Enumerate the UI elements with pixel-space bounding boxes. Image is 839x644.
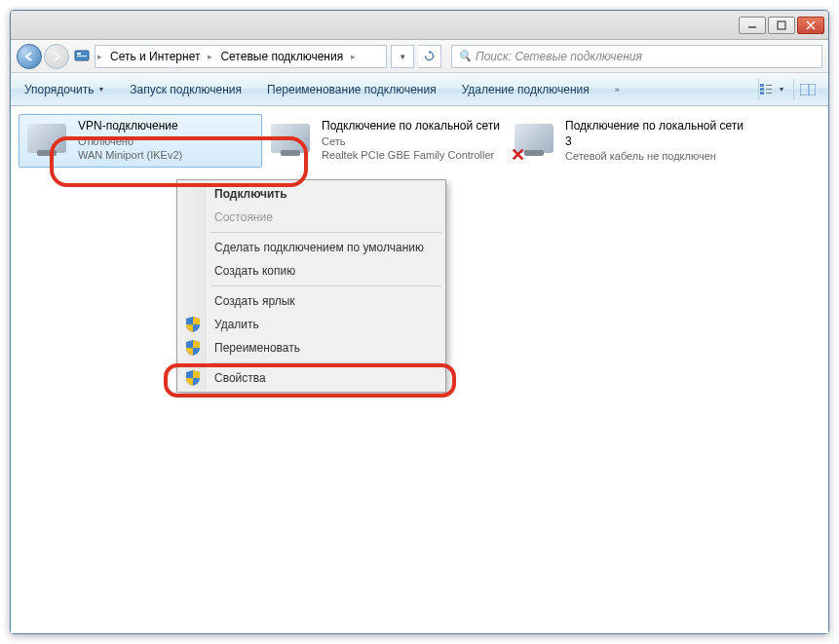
breadcrumb-item[interactable]: Сетевые подключения (214, 50, 349, 63)
nav-buttons (17, 44, 69, 69)
start-connection-button[interactable]: Запуск подключения (124, 79, 248, 100)
back-button[interactable] (17, 44, 42, 69)
menu-separator (210, 232, 441, 233)
maximize-button[interactable] (768, 17, 795, 34)
chevron-right-icon: ▸ (349, 52, 358, 61)
chevron-right-icon: ▸ (206, 52, 214, 61)
more-commands[interactable]: » (609, 81, 626, 98)
search-input[interactable]: 🔍 Поиск: Сетевые подключения (451, 45, 822, 68)
svg-rect-1 (778, 21, 785, 29)
menu-properties[interactable]: Свойства (179, 366, 443, 390)
network-adapter-icon (23, 119, 70, 158)
connection-item-vpn[interactable]: VPN-подключение Отключено WAN Miniport (… (19, 114, 262, 168)
menu-create-shortcut[interactable]: Создать ярлык (179, 289, 443, 313)
disconnected-icon: ✕ (511, 144, 526, 160)
svg-rect-11 (766, 89, 772, 90)
rename-connection-button[interactable]: Переименование подключения (261, 79, 442, 100)
titlebar (11, 11, 828, 40)
preview-pane-button[interactable] (793, 79, 820, 100)
svg-rect-8 (760, 88, 764, 91)
shield-icon (186, 370, 200, 386)
explorer-window: ▸ Сеть и Интернет ▸ Сетевые подключения … (10, 10, 829, 634)
close-button[interactable] (797, 17, 824, 34)
network-adapter-icon (267, 119, 314, 158)
connection-status: Сетевой кабель не подключен (565, 149, 744, 163)
connection-title: VPN-подключение (78, 119, 182, 134)
menu-rename[interactable]: Переименовать (179, 336, 443, 360)
svg-rect-5 (77, 53, 81, 55)
delete-connection-button[interactable]: Удаление подключения (456, 79, 595, 100)
forward-button[interactable] (44, 44, 69, 69)
search-placeholder: Поиск: Сетевые подключения (476, 50, 642, 63)
menu-set-default[interactable]: Сделать подключением по умолчанию (179, 236, 443, 259)
connection-item-lan3[interactable]: ✕ Подключение по локальной сети 3 Сетево… (506, 114, 749, 168)
connection-title: Подключение по локальной сети 3 (565, 119, 744, 149)
organize-menu[interactable]: Упорядочить ▼ (19, 79, 110, 100)
connection-status: Отключено (78, 134, 182, 148)
shield-icon (186, 317, 200, 332)
svg-rect-6 (77, 56, 87, 57)
chevron-down-icon: ▼ (779, 86, 785, 93)
navbar: ▸ Сеть и Интернет ▸ Сетевые подключения … (11, 40, 828, 73)
shield-icon (186, 340, 200, 356)
menu-connect[interactable]: Подключить (179, 182, 443, 206)
svg-rect-12 (766, 93, 772, 94)
chevron-down-icon: ▼ (97, 86, 104, 93)
chevron-right-icon: ▸ (95, 52, 104, 61)
svg-rect-13 (800, 84, 816, 95)
network-adapter-icon: ✕ (511, 119, 557, 158)
search-icon: 🔍 (458, 50, 472, 62)
menu-delete[interactable]: Удалить (179, 313, 443, 336)
control-panel-icon (73, 48, 91, 65)
menu-separator (210, 362, 441, 363)
connection-device: Realtek PCIe GBE Family Controller (322, 148, 500, 162)
context-menu: Подключить Состояние Сделать подключение… (176, 179, 446, 393)
breadcrumb[interactable]: ▸ Сеть и Интернет ▸ Сетевые подключения … (95, 45, 387, 68)
connection-title: Подключение по локальной сети (322, 119, 500, 134)
connection-item-lan[interactable]: Подключение по локальной сети Сеть Realt… (262, 114, 506, 168)
connection-status: Сеть (322, 134, 500, 148)
breadcrumb-history-dropdown[interactable]: ▾ (391, 45, 414, 68)
refresh-button[interactable] (418, 45, 441, 68)
view-options-button[interactable]: ▼ (758, 79, 785, 100)
connection-device: WAN Miniport (IKEv2) (78, 148, 182, 162)
svg-rect-9 (760, 92, 764, 95)
connection-list: VPN-подключение Отключено WAN Miniport (… (19, 114, 820, 168)
svg-rect-7 (760, 84, 764, 87)
menu-separator (210, 285, 441, 286)
menu-status: Состояние (179, 206, 443, 229)
menu-create-copy[interactable]: Создать копию (179, 259, 443, 283)
svg-rect-10 (766, 85, 772, 86)
minimize-button[interactable] (739, 17, 766, 34)
breadcrumb-item[interactable]: Сеть и Интернет (104, 50, 206, 63)
toolbar: Упорядочить ▼ Запуск подключения Переиме… (11, 73, 828, 106)
